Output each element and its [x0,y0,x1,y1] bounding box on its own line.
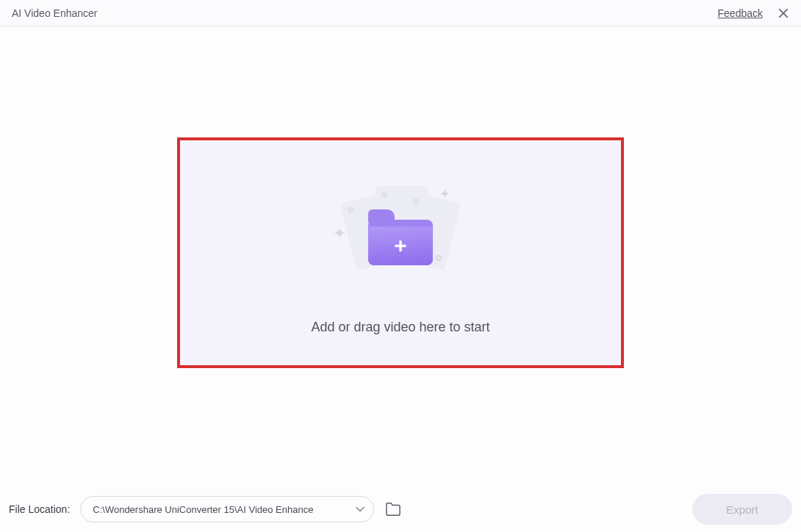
file-location-label: File Location: [9,503,70,515]
chevron-down-icon [356,504,364,515]
dropzone-illustration: ✦ ✦ + [327,187,474,276]
feedback-link[interactable]: Feedback [718,7,763,19]
folder-icon: + [368,214,433,265]
dropzone-prompt: Add or drag video here to start [311,320,489,335]
folder-icon [385,502,401,517]
main-content: ✦ ✦ + Add or drag video here to start [0,26,801,486]
title-bar: AI Video Enhancer Feedback [0,0,801,26]
file-location-path: C:\Wondershare UniConverter 15\AI Video … [93,504,313,515]
export-button-label: Export [726,503,758,516]
close-button[interactable] [776,6,791,21]
close-icon [777,7,790,20]
file-location-select[interactable]: C:\Wondershare UniConverter 15\AI Video … [80,496,374,522]
video-dropzone[interactable]: ✦ ✦ + Add or drag video here to start [177,137,624,368]
export-button[interactable]: Export [692,494,792,525]
plus-icon: + [394,234,406,256]
sparkle-icon: ✦ [439,186,450,202]
dot-icon [436,255,442,261]
footer-bar: File Location: C:\Wondershare UniConvert… [0,486,801,532]
header-actions: Feedback [718,6,791,21]
app-title: AI Video Enhancer [12,7,98,19]
browse-folder-button[interactable] [384,501,402,517]
sparkle-icon: ✦ [333,224,346,243]
